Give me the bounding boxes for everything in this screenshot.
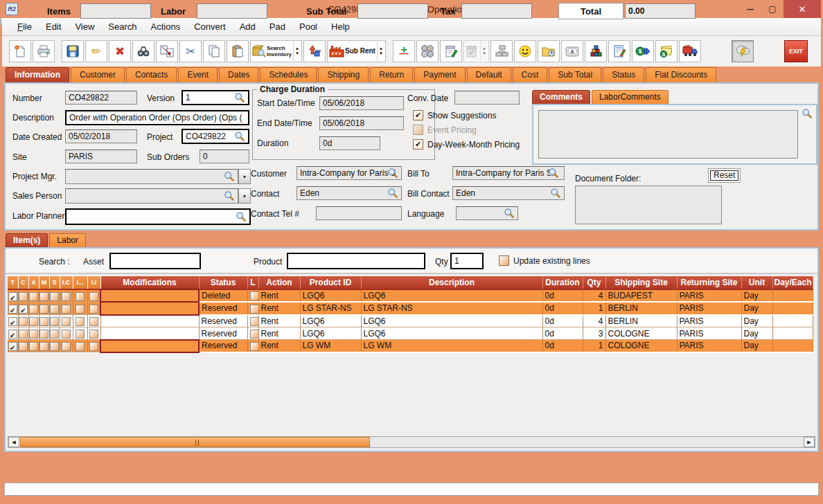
column-header-action[interactable]: Action xyxy=(258,276,300,289)
language-field[interactable] xyxy=(456,206,518,220)
column-header-i-[interactable]: I... xyxy=(73,276,87,289)
column-header-s[interactable]: S xyxy=(49,276,60,289)
menu-view[interactable]: View xyxy=(68,19,101,35)
bill-contact-lookup-icon[interactable] xyxy=(550,188,561,199)
cell-unit[interactable]: Day xyxy=(741,315,772,327)
scroll-right-button[interactable]: ▶ xyxy=(804,437,815,447)
row-checkbox[interactable] xyxy=(76,305,85,314)
labor-planner-field[interactable] xyxy=(65,208,251,225)
column-header-duration[interactable]: Duration xyxy=(542,276,583,289)
project-lookup-icon[interactable] xyxy=(234,131,245,142)
tab-comments[interactable]: Comments xyxy=(532,90,590,104)
cell-l-checkbox[interactable] xyxy=(247,302,258,314)
reset-button[interactable]: Reset xyxy=(708,168,741,183)
customer-field[interactable]: Intra-Company for Paris Sit xyxy=(297,166,402,180)
edit-document-button[interactable] xyxy=(608,40,630,62)
cell-duration[interactable]: 0d xyxy=(542,289,583,302)
row-checkbox[interactable] xyxy=(19,317,28,326)
row-checkbox[interactable] xyxy=(62,292,71,301)
cell-qty[interactable]: 4 xyxy=(583,289,605,302)
row-checkbox-checked[interactable] xyxy=(8,342,17,351)
cell-qty[interactable]: 1 xyxy=(583,340,605,352)
bill-contact-field[interactable]: Eden xyxy=(452,186,565,200)
cell-unit[interactable]: Day xyxy=(741,340,772,352)
delete-button[interactable]: ✖ xyxy=(109,40,131,62)
row-checkbox[interactable] xyxy=(29,317,38,326)
column-header-t[interactable]: T xyxy=(8,276,18,289)
hierarchy-button[interactable] xyxy=(490,40,513,62)
tab-flat-discounts[interactable]: Flat Discounts xyxy=(646,67,716,82)
cell-modifications[interactable] xyxy=(100,327,199,340)
row-checkbox[interactable] xyxy=(62,305,71,314)
tab-contacts[interactable]: Contacts xyxy=(126,67,177,82)
save-button[interactable] xyxy=(62,40,84,62)
cell-returning-site[interactable]: PARIS xyxy=(677,289,741,302)
column-header-shipping-site[interactable]: Shipping Site xyxy=(605,276,677,289)
table-row[interactable]: DeletedRentLGQ6LGQ60d4BUDAPESTPARISDay xyxy=(8,289,813,302)
column-header-i-c[interactable]: I.C xyxy=(60,276,73,289)
cell-product-id[interactable]: LGQ6 xyxy=(300,289,361,302)
row-checkbox[interactable] xyxy=(89,305,98,314)
cell-day-each[interactable] xyxy=(772,327,813,340)
close-button[interactable] xyxy=(784,0,821,18)
contact-tel-field[interactable] xyxy=(316,206,402,220)
cell-status[interactable]: Deleted xyxy=(199,289,247,302)
row-checkbox[interactable] xyxy=(76,317,85,326)
row-checkbox[interactable] xyxy=(39,342,48,351)
cell-returning-site[interactable]: PARIS xyxy=(677,302,741,314)
menu-file[interactable]: File xyxy=(10,19,39,35)
cell-product-id[interactable]: LG WM xyxy=(300,340,361,352)
maximize-button[interactable] xyxy=(761,0,784,18)
column-header-m[interactable]: M xyxy=(39,276,49,289)
feedback-smiley-button[interactable] xyxy=(514,40,536,62)
cell-description[interactable]: LGQ6 xyxy=(361,315,542,327)
column-header-i-i[interactable]: I.I xyxy=(87,276,100,289)
row-checkbox[interactable] xyxy=(29,330,38,339)
comments-textarea[interactable] xyxy=(538,110,798,159)
product-input[interactable] xyxy=(287,253,425,269)
cell-action[interactable]: Rent xyxy=(258,315,300,327)
row-checkbox[interactable] xyxy=(29,342,38,351)
row-checkbox[interactable] xyxy=(19,292,28,301)
row-checkbox[interactable] xyxy=(250,317,259,326)
cell-status[interactable]: Reserved xyxy=(199,340,247,352)
tab-labor[interactable]: Labor xyxy=(49,233,86,247)
history-folder-button[interactable] xyxy=(538,40,560,62)
cell-duration[interactable]: 0d xyxy=(542,302,583,314)
notes-edit-button[interactable] xyxy=(440,40,462,62)
menu-add[interactable]: Add xyxy=(233,19,263,35)
tab-schedules[interactable]: Schedules xyxy=(260,67,317,82)
cell-day-each[interactable] xyxy=(772,302,813,314)
cell-unit[interactable]: Day xyxy=(741,302,772,314)
cell-l-checkbox[interactable] xyxy=(247,289,258,302)
cell-duration[interactable]: 0d xyxy=(542,340,583,352)
bill-to-field[interactable]: Intra-Company for Paris Sit xyxy=(452,166,565,180)
shortcut-key-button[interactable]: A xyxy=(561,40,583,62)
row-checkbox[interactable] xyxy=(39,330,48,339)
document-folder-box[interactable] xyxy=(575,186,722,224)
row-checkbox[interactable] xyxy=(19,330,28,339)
bill-to-lookup-icon[interactable] xyxy=(548,168,559,179)
row-checkbox[interactable] xyxy=(89,317,98,326)
cell-returning-site[interactable]: PARIS xyxy=(677,315,741,327)
customer-lookup-icon[interactable] xyxy=(387,168,398,179)
cell-day-each[interactable] xyxy=(772,289,813,302)
sales-person-dropdown[interactable]: ▼ xyxy=(238,188,251,204)
row-checkbox[interactable] xyxy=(62,317,71,326)
column-header-x[interactable]: X xyxy=(28,276,39,289)
row-checkbox[interactable] xyxy=(89,330,98,339)
tab-default[interactable]: Default xyxy=(467,67,511,82)
menu-pad[interactable]: Pad xyxy=(263,19,292,35)
money-notes-button[interactable]: $ xyxy=(655,40,678,62)
cell-l-checkbox[interactable] xyxy=(247,340,258,352)
cell-shipping-site[interactable]: BERLIN xyxy=(605,315,677,327)
row-checkbox[interactable] xyxy=(50,292,59,301)
cell-l-checkbox[interactable] xyxy=(247,315,258,327)
row-checkbox[interactable] xyxy=(62,330,71,339)
row-checkbox[interactable] xyxy=(76,330,85,339)
cell-product-id[interactable]: LG STAR-NS xyxy=(300,302,361,314)
cell-action[interactable]: Rent xyxy=(258,289,300,302)
minimize-button[interactable] xyxy=(739,0,761,18)
row-checkbox[interactable] xyxy=(50,317,59,326)
column-header-description[interactable]: Description xyxy=(361,276,542,289)
